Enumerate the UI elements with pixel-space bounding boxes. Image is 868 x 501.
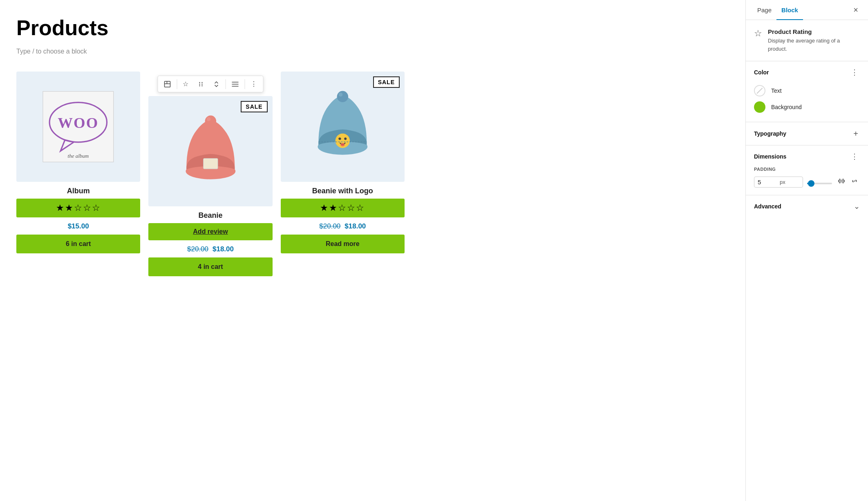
- product-card-2: ☆: [148, 96, 272, 276]
- product-1-price: $15.00: [68, 222, 89, 230]
- product-3-sale-badge: SALE: [373, 76, 400, 88]
- advanced-title: Advanced: [754, 203, 781, 210]
- dimensions-more-btn[interactable]: ⋮: [849, 152, 860, 161]
- svg-point-28: [339, 93, 343, 97]
- product-1-stars: ★★☆☆☆: [56, 203, 101, 213]
- block-hint: Type / to choose a block: [16, 48, 729, 55]
- svg-text:WOO: WOO: [58, 114, 98, 131]
- svg-text:the   album: the album: [68, 153, 89, 159]
- product-1-name: Album: [67, 187, 90, 195]
- toolbar-star-btn[interactable]: ☆: [179, 77, 192, 91]
- text-color-label: Text: [771, 87, 782, 94]
- tab-block[interactable]: Block: [776, 0, 803, 20]
- product-image-1: WOO the album: [16, 72, 140, 182]
- typography-header: Typography +: [754, 129, 860, 139]
- product-2-cart-btn[interactable]: 4 in cart: [148, 257, 272, 276]
- toolbar-layout-btn[interactable]: [159, 77, 175, 91]
- svg-point-9: [199, 83, 200, 84]
- block-description: Display the average rating of a product.: [768, 37, 860, 53]
- product-2-price: $20.00 $18.00: [187, 245, 234, 253]
- svg-point-20: [206, 117, 210, 121]
- padding-slider-container: [807, 179, 832, 186]
- product-image-3: SALE: [281, 72, 405, 182]
- svg-rect-18: [203, 159, 217, 169]
- dimensions-section: Dimensions ⋮ PADDING: [746, 145, 868, 195]
- svg-point-26: [340, 143, 345, 146]
- svg-point-24: [344, 138, 347, 140]
- beanie-image: [161, 107, 260, 195]
- product-image-2: SALE: [148, 96, 272, 206]
- padding-settings-btn[interactable]: [836, 176, 847, 188]
- block-info-text: Product Rating Display the average ratin…: [768, 28, 860, 53]
- star-icon: ☆: [754, 28, 762, 39]
- typography-add-btn[interactable]: +: [852, 129, 860, 139]
- color-text-item: Text: [754, 83, 860, 99]
- text-color-swatch[interactable]: [754, 85, 765, 96]
- toolbar-drag-btn[interactable]: [193, 78, 208, 91]
- main-content: Products Type / to choose a block WOO th…: [0, 0, 745, 501]
- padding-input-wrap: px: [754, 177, 803, 188]
- svg-point-27: [337, 91, 348, 102]
- product-3-price-original: $20.00: [319, 222, 340, 230]
- block-name: Product Rating: [768, 28, 860, 35]
- block-toolbar: ☆: [157, 76, 263, 92]
- svg-rect-30: [839, 180, 844, 182]
- color-section-title: Color: [754, 69, 769, 76]
- panel-tabs: Page Block ×: [746, 0, 868, 20]
- color-section: Color ⋮ Text Background: [746, 61, 868, 122]
- padding-link-btn[interactable]: [849, 176, 860, 188]
- product-2-name: Beanie: [198, 211, 222, 220]
- product-card-3: SALE: [281, 72, 405, 276]
- color-section-header: Color ⋮: [754, 68, 860, 77]
- toolbar-align-btn[interactable]: [227, 78, 243, 90]
- padding-icon-group: [836, 176, 860, 188]
- dimensions-title: Dimensions: [754, 153, 786, 160]
- product-3-stars: ★★☆☆☆: [320, 203, 365, 213]
- product-3-name: Beanie with Logo: [312, 187, 373, 195]
- padding-slider[interactable]: [807, 183, 832, 184]
- toolbar-arrows-btn[interactable]: [209, 78, 224, 91]
- svg-point-12: [201, 83, 202, 84]
- product-1-cart-btn[interactable]: 6 in cart: [16, 235, 140, 253]
- block-info: ☆ Product Rating Display the average rat…: [746, 20, 868, 61]
- toolbar-divider-1: [177, 79, 177, 89]
- svg-point-11: [201, 82, 202, 83]
- beanie-logo-image: [293, 83, 392, 171]
- panel-close-btn[interactable]: ×: [850, 4, 861, 16]
- svg-point-10: [199, 85, 200, 86]
- svg-point-19: [205, 116, 216, 127]
- product-card-1: WOO the album Album ★★☆☆☆ $15.00 6 in ca…: [16, 72, 140, 276]
- typography-title: Typography: [754, 130, 786, 137]
- page-title: Products: [16, 16, 729, 40]
- album-image: WOO the album: [29, 83, 128, 171]
- toolbar-divider-2: [225, 79, 226, 89]
- advanced-chevron-icon: ⌄: [854, 202, 860, 211]
- product-3-price-sale: $18.00: [345, 222, 366, 230]
- product-2-price-original: $20.00: [187, 245, 208, 253]
- svg-rect-5: [164, 81, 170, 87]
- products-grid: WOO the album Album ★★☆☆☆ $15.00 6 in ca…: [16, 72, 405, 276]
- right-panel: Page Block × ☆ Product Rating Display th…: [745, 0, 868, 501]
- advanced-header[interactable]: Advanced ⌄: [754, 202, 860, 211]
- product-2-price-sale: $18.00: [213, 245, 234, 253]
- dimensions-section-header: Dimensions ⋮: [754, 152, 860, 161]
- product-1-price-single: $15.00: [68, 222, 89, 230]
- background-color-label: Background: [771, 104, 802, 110]
- toolbar-more-btn[interactable]: ⋮: [246, 77, 261, 91]
- product-3-cart-btn[interactable]: Read more: [281, 235, 405, 253]
- color-background-item: Background: [754, 99, 860, 115]
- svg-point-8: [199, 82, 200, 83]
- padding-input[interactable]: [758, 179, 778, 186]
- product-3-price: $20.00 $18.00: [319, 222, 366, 230]
- padding-unit: px: [780, 179, 785, 185]
- padding-label: PADDING: [754, 167, 860, 172]
- product-3-rating-bar: ★★☆☆☆: [281, 199, 405, 217]
- tab-page[interactable]: Page: [752, 0, 776, 20]
- product-2-add-review-btn[interactable]: Add review: [148, 223, 272, 240]
- advanced-section: Advanced ⌄: [746, 195, 868, 217]
- background-color-swatch[interactable]: [754, 101, 765, 113]
- color-more-btn[interactable]: ⋮: [849, 68, 860, 77]
- toolbar-divider-3: [244, 79, 245, 89]
- product-1-rating-bar: ★★☆☆☆: [16, 199, 140, 217]
- product-2-sale-badge: SALE: [241, 101, 267, 112]
